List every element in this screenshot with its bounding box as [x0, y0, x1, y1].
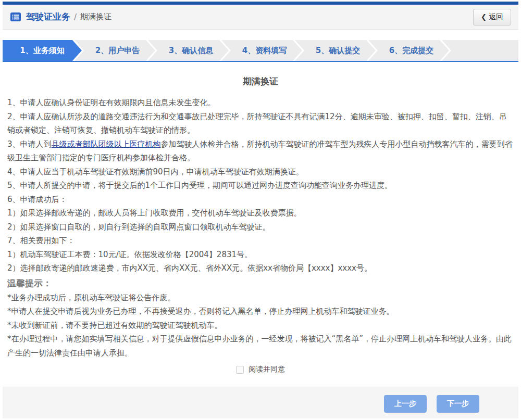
step-bar-filler [442, 40, 518, 61]
main-content: 期满换证 1、申请人应确认身份证明在有效期限内且信息未发生变化。 2、申请人应确… [3, 75, 518, 374]
notice-item-7: 7、相关费用如下： [7, 234, 514, 248]
step-3-confirm-info: 3、确认信息 [148, 40, 229, 61]
step-6-complete-submit: 6、完成提交 [368, 40, 449, 61]
tip-item-3: *未收到新证前，请不要持已超过有效期的驾驶证驾驶机动车。 [7, 319, 514, 333]
notice-item-7-sub-1: 1）机动车驾驶证工本费：10元/证。依据发改价格【2004】2831号。 [7, 248, 514, 262]
step-4-fill-materials: 4、资料填写 [221, 40, 302, 61]
step-wizard: 1、业务须知 2、用户申告 3、确认信息 4、资料填写 5、确认提交 6、完成提… [3, 40, 518, 62]
notice-item-4: 4、申请人应当于机动车驾驶证有效期满前90日内，申请机动车驾驶证有效期满换证。 [7, 165, 514, 179]
back-button[interactable]: ❮返回 [473, 9, 511, 26]
tip-item-4: *在办理过程中，请您如实填写相关信息，对于提供虚假信息申办业务的，一经发现，将被… [7, 332, 514, 360]
agree-checkbox[interactable] [236, 366, 244, 374]
notice-item-5: 5、申请人所提交的申请，将于提交后的1个工作日内受理，期间可以通过网办进度查询功… [7, 179, 514, 193]
notice-list: 1、申请人应确认身份证明在有效期限内且信息未发生变化。 2、申请人应确认所涉及的… [7, 96, 514, 275]
notice-item-6-sub-2: 2）如果选择窗口自取的，则自行到选择的自取网点窗口领取机动车驾驶证。 [7, 220, 514, 234]
notice-item-6-sub-1: 1）如果选择邮政寄递的，邮政人员将上门收取费用，交付机动车驾驶证及收费票据。 [7, 206, 514, 220]
back-button-label: 返回 [489, 12, 503, 21]
agree-checkbox-label[interactable]: 阅读并同意 [249, 365, 285, 374]
notice-item-1: 1、申请人应确认身份证明在有效期限内且信息未发生变化。 [7, 96, 514, 110]
notice-item-7-sub-2: 2）选择邮政寄递的邮政速递费，市内XX元、省内XX元、省外XX元。依据xx省物价… [7, 261, 514, 275]
breadcrumb-divider: / [74, 12, 77, 22]
breadcrumb-section[interactable]: 驾驶证业务 [26, 11, 70, 23]
list-icon [10, 12, 21, 22]
breadcrumb-current-page: 期满换证 [80, 12, 111, 22]
step-2-user-declaration: 2、用户申告 [75, 40, 155, 61]
footer-action-bar: 上一步 下一步 [3, 387, 518, 418]
next-step-button[interactable]: 下一步 [437, 395, 479, 413]
page: 驾驶证业务 / 期满换证 ❮返回 1、业务须知 2、用户申告 3、确认信息 4、… [0, 0, 521, 418]
previous-step-button[interactable]: 上一步 [384, 395, 427, 413]
chevron-left-icon: ❮ [481, 13, 487, 21]
tip-item-1: *业务办理成功后，原机动车驾驶证将公告作废。 [7, 291, 514, 305]
tips-title: 温馨提示： [7, 276, 514, 290]
notice-item-2: 2、申请人应确认所涉及的道路交通违法行为和交通事故已处理完毕，所持驾驶证不具有记… [7, 110, 514, 137]
step-5-confirm-submit: 5、确认提交 [295, 40, 376, 61]
step-1-business-notice: 1、业务须知 [3, 40, 82, 61]
tip-item-2: *申请人在提交申请后视为业务已办理，不再接受退办，否则将记入黑名单，停止办理网上… [7, 304, 514, 319]
header: 驾驶证业务 / 期满换证 ❮返回 [3, 5, 518, 30]
medical-institution-link[interactable]: 县级或者部队团级以上医疗机构 [52, 139, 161, 149]
page-title: 期满换证 [7, 75, 514, 87]
notice-item-3-pre: 3、申请人到 [7, 139, 52, 149]
tips-list: *业务办理成功后，原机动车驾驶证将公告作废。 *申请人在提交申请后视为业务已办理… [7, 291, 514, 360]
notice-item-3: 3、申请人到县级或者部队团级以上医疗机构参加驾驶人体检并合格，所持机动车驾驶证的… [7, 137, 514, 165]
notice-item-6: 6、申请成功后： [7, 193, 514, 207]
agree-row: 阅读并同意 [7, 365, 514, 374]
